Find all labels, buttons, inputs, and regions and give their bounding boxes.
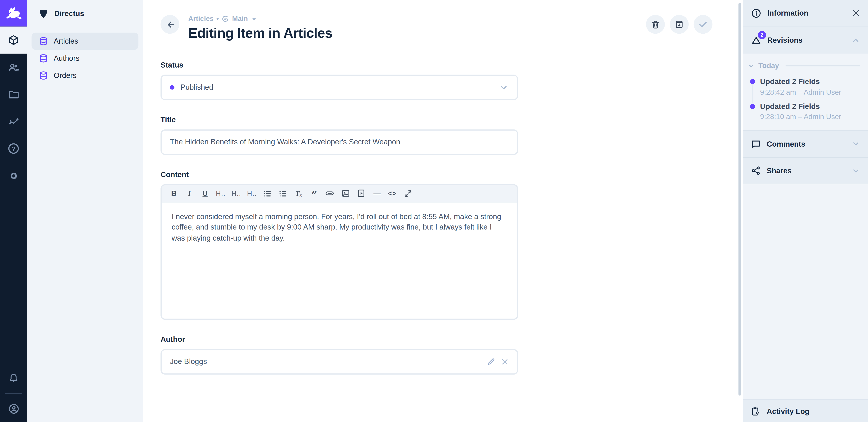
- arrow-left-icon: [165, 19, 176, 30]
- module-settings[interactable]: [0, 162, 27, 189]
- field-status: Status Published: [160, 61, 518, 100]
- underline-button[interactable]: U: [197, 186, 213, 201]
- people-icon: [7, 61, 20, 73]
- module-content[interactable]: [0, 27, 27, 54]
- save-button[interactable]: [694, 15, 712, 34]
- module-bar-divider: [5, 393, 22, 394]
- edit-pencil-icon[interactable]: [487, 357, 496, 366]
- sidebar-section-activity-log[interactable]: Activity Log: [743, 399, 868, 422]
- module-users[interactable]: [0, 54, 27, 81]
- code-glyph: <>: [388, 190, 397, 197]
- module-bar-spacer: [0, 189, 27, 365]
- video-icon: [357, 189, 365, 198]
- activity-log-icon: [751, 406, 761, 416]
- breadcrumb-collection[interactable]: Articles: [188, 15, 214, 22]
- notifications-button[interactable]: [0, 365, 27, 392]
- screen: ?: [0, 0, 868, 422]
- section-label: Information: [767, 9, 808, 17]
- main-content: Articles • Main Editing Item in Articles: [143, 0, 743, 422]
- trending-sparkle-icon: [7, 116, 20, 128]
- bullet-list-icon: [279, 189, 287, 198]
- image-icon: [341, 189, 350, 198]
- user-circle-icon: [7, 402, 20, 415]
- fullscreen-icon: [403, 189, 412, 198]
- directus-logo[interactable]: [0, 0, 27, 27]
- sidebar-item-orders[interactable]: Orders: [32, 67, 138, 84]
- fullscreen-button[interactable]: [400, 186, 416, 201]
- revisions-timeline: Today Updated 2 Fields 9:28:42 am – Admi…: [743, 54, 868, 130]
- nav-item-label: Articles: [54, 37, 78, 45]
- code-button[interactable]: <>: [384, 186, 400, 201]
- bold-glyph: B: [171, 189, 177, 198]
- insert-video-button[interactable]: [353, 186, 369, 201]
- revisions-count-badge: 2: [758, 31, 766, 39]
- revision-list: Updated 2 Fields 9:28:42 am – Admin User…: [747, 77, 860, 121]
- heading1-button[interactable]: H..: [213, 186, 228, 201]
- h1-glyph: H..: [216, 190, 225, 197]
- delete-button[interactable]: [646, 15, 665, 34]
- module-docs[interactable]: ?: [0, 135, 27, 162]
- main-scrollbar[interactable]: [739, 3, 741, 396]
- directus-app: ?: [0, 0, 868, 422]
- status-select[interactable]: Published: [160, 74, 518, 100]
- sidebar-section-information[interactable]: Information: [743, 0, 868, 27]
- bullet-list-button[interactable]: [275, 186, 291, 201]
- heading3-button[interactable]: H..: [244, 186, 260, 201]
- heading2-button[interactable]: H..: [228, 186, 244, 201]
- chevron-down-icon: [498, 82, 509, 93]
- editor-toolbar: B I U H.. H.. H..: [162, 185, 517, 202]
- module-files[interactable]: [0, 81, 27, 108]
- chevron-up-icon: [851, 35, 861, 45]
- archive-button[interactable]: [670, 15, 688, 34]
- bell-icon: [8, 372, 19, 384]
- content-textarea[interactable]: I never considered myself a morning pers…: [162, 202, 517, 318]
- sidebar-section-revisions[interactable]: 2 Revisions: [743, 27, 868, 54]
- revision-item[interactable]: Updated 2 Fields 9:28:42 am – Admin User: [747, 77, 860, 96]
- user-menu-button[interactable]: [0, 395, 27, 422]
- revision-title: Updated 2 Fields: [760, 77, 841, 86]
- title-input[interactable]: The Hidden Benefits of Morning Walks: A …: [160, 129, 518, 155]
- header-actions: [646, 15, 712, 34]
- sidebar-section-comments[interactable]: Comments: [743, 130, 868, 157]
- sidebar-item-articles[interactable]: Articles: [32, 33, 138, 50]
- clear-format-button[interactable]: Tₓ: [291, 186, 307, 201]
- ordered-list-button[interactable]: [260, 186, 275, 201]
- project-name: Directus: [54, 9, 84, 18]
- insert-image-button[interactable]: [338, 186, 353, 201]
- project-logo-icon: [38, 8, 49, 19]
- gear-icon: [7, 170, 20, 182]
- revisions-group-today[interactable]: Today: [747, 61, 860, 70]
- field-label: Content: [160, 170, 518, 178]
- back-button[interactable]: [160, 15, 179, 34]
- breadcrumb[interactable]: Articles • Main: [188, 15, 333, 23]
- section-label: Comments: [767, 140, 805, 148]
- section-label: Shares: [767, 166, 792, 175]
- italic-button[interactable]: I: [182, 186, 197, 201]
- revision-meta: 9:28:10 am – Admin User: [760, 112, 841, 121]
- revision-item[interactable]: Updated 2 Fields 9:28:10 am – Admin User: [747, 102, 860, 121]
- sidebar-section-shares[interactable]: Shares: [743, 157, 868, 184]
- h3-glyph: H..: [247, 190, 257, 197]
- nav-sidebar: Directus Articles Authors: [27, 0, 143, 422]
- field-content: Content B I U H.. H.. H..: [160, 170, 518, 319]
- bold-button[interactable]: B: [166, 186, 182, 201]
- horizontal-rule-button[interactable]: —: [369, 186, 384, 201]
- status-value: Published: [180, 83, 213, 91]
- chevron-down-icon: [851, 139, 861, 149]
- content-text: I never considered myself a morning pers…: [172, 212, 501, 242]
- status-dot-icon: [170, 85, 175, 90]
- author-relation-input[interactable]: Joe Bloggs: [160, 349, 518, 374]
- breadcrumb-version[interactable]: Main: [232, 15, 248, 22]
- close-icon[interactable]: [851, 8, 861, 18]
- module-bar: ?: [0, 0, 27, 422]
- field-author: Author Joe Bloggs: [160, 335, 518, 374]
- blockquote-button[interactable]: ”: [307, 186, 322, 201]
- sidebar-item-authors[interactable]: Authors: [32, 50, 138, 67]
- link-button[interactable]: [322, 186, 338, 201]
- author-value: Joe Bloggs: [170, 357, 207, 366]
- project-switcher[interactable]: Directus: [27, 0, 143, 27]
- underline-glyph: U: [203, 189, 208, 198]
- module-insights[interactable]: [0, 108, 27, 135]
- chevron-down-icon: [252, 18, 256, 20]
- deselect-x-icon[interactable]: [500, 357, 509, 366]
